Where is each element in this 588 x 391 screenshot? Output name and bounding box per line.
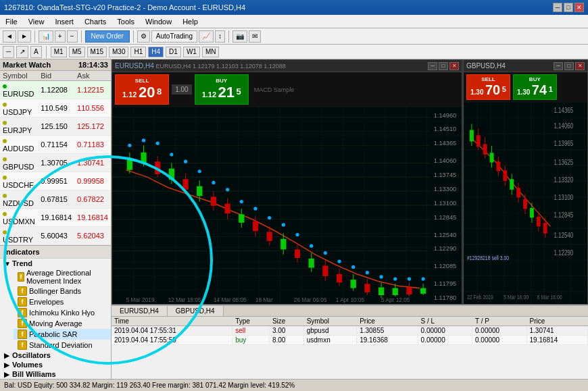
svg-text:1.12845: 1.12845 [554, 211, 574, 219]
market-watch-row[interactable]: EURUSD 1.12208 1.12215 [0, 81, 111, 99]
tf-h1[interactable]: H1 [130, 47, 146, 57]
market-watch-row[interactable]: EURJPY 125.150 125.172 [0, 118, 111, 136]
side-candle-body[interactable]: 1.14365 1.14060 1.13965 1.13625 1.13320 … [464, 102, 587, 304]
tf-d1[interactable]: D1 [166, 47, 181, 57]
market-watch-row[interactable]: GBPUSD 1.30705 1.30741 [0, 154, 111, 172]
svg-rect-131 [537, 217, 541, 226]
svg-rect-51 [295, 249, 300, 257]
side-chart-minimize[interactable]: ─ [554, 62, 563, 70]
side-buy-button[interactable]: BUY 1.30 74 1 [513, 74, 557, 100]
market-watch-row[interactable]: USDTRY 5.60043 5.62043 [0, 227, 111, 245]
toolbar-period-sep[interactable]: ↕ [215, 30, 225, 43]
svg-text:1.14060: 1.14060 [554, 122, 574, 130]
toolbar-newchart[interactable]: 📊 [39, 30, 53, 43]
svg-rect-43 [239, 214, 244, 222]
tab-gbpusd[interactable]: GBPUSD,H4 [168, 306, 224, 316]
svg-text:1.14365: 1.14365 [434, 140, 457, 147]
indicator-envelopes[interactable]: f Envelopes [14, 296, 111, 307]
tree-group-billwilliams[interactable]: ▶ Bill Williams [0, 369, 111, 379]
svg-rect-45 [253, 221, 258, 232]
osc-expand-icon[interactable]: ▶ [4, 352, 12, 359]
toolbar-zoom-out[interactable]: − [67, 30, 78, 43]
toolbar-back[interactable]: ◄ [3, 30, 16, 43]
toolbar-line[interactable]: ─ [3, 46, 14, 58]
svg-rect-59 [351, 280, 356, 288]
toolbar-arrow[interactable]: ↗ [16, 46, 28, 58]
right-content: EURUSD,H4 EURUSD,H4 1.12179 1.12103 1.12… [112, 59, 588, 379]
toolbar-chart-props[interactable]: ⚙ [137, 30, 150, 43]
market-watch-row[interactable]: AUDUSD 0.71154 0.71183 [0, 136, 111, 154]
toolbar-1: ◄ ► 📊 + − New Order ⚙ AutoTrading 📈 ↕ 📷 … [0, 28, 588, 45]
side-chart-maximize[interactable]: □ [564, 62, 574, 70]
env-f-icon: f [18, 297, 27, 307]
market-watch-row[interactable]: USDJPY 110.549 110.556 [0, 99, 111, 118]
menu-window[interactable]: Window [143, 17, 174, 26]
minimize-button[interactable]: ─ [553, 3, 562, 12]
menu-help[interactable]: Help [180, 17, 201, 26]
th-sl: S / L [418, 317, 472, 326]
maximize-button[interactable]: □ [564, 3, 573, 12]
mw-symbol: EURUSD [0, 81, 38, 99]
toolbar-forward[interactable]: ► [18, 30, 31, 43]
toolbar-zoom-in[interactable]: + [55, 30, 66, 43]
svg-point-88 [380, 275, 383, 278]
side-sell-button[interactable]: SELL 1.30 70 5 [466, 74, 510, 100]
tf-m5[interactable]: M5 [69, 47, 85, 57]
close-button[interactable]: ✕ [574, 3, 584, 12]
market-watch-row[interactable]: NZDUSD 0.67815 0.67822 [0, 190, 111, 209]
vol-expand-icon[interactable]: ▶ [4, 361, 12, 369]
toolbar-indicators[interactable]: 📈 [199, 30, 214, 43]
svg-text:1.12845: 1.12845 [434, 214, 457, 221]
mw-ask: 1.12215 [74, 81, 111, 99]
mw-symbol: EURJPY [0, 118, 38, 136]
trade-tabs-row: EURUSD,H4 GBPUSD,H4 [112, 306, 588, 317]
tf-m30[interactable]: M30 [109, 47, 128, 57]
indicator-bb[interactable]: f Bollinger Bands [14, 286, 111, 296]
indicator-stddev[interactable]: f Standard Deviation [14, 340, 111, 350]
indicator-adx[interactable]: f Average Directional Movement Index [14, 268, 111, 286]
bb-f-icon: f [18, 286, 27, 296]
content-area: Market Watch 18:14:33 Symbol Bid Ask EUR… [0, 59, 588, 379]
menu-charts[interactable]: Charts [82, 17, 109, 26]
tf-w1[interactable]: W1 [183, 47, 200, 57]
svg-text:1.13965: 1.13965 [554, 140, 574, 147]
side-chart-close[interactable]: ✕ [575, 62, 585, 70]
toolbar-email[interactable]: ✉ [249, 30, 261, 43]
tree-group-oscillators[interactable]: ▶ Oscillators [0, 350, 111, 360]
tf-h4[interactable]: H4 [148, 47, 164, 57]
tf-m15[interactable]: M15 [87, 47, 107, 57]
new-order-button[interactable]: New Order [85, 30, 130, 43]
tf-m1[interactable]: M1 [51, 47, 67, 57]
buy-button[interactable]: BUY 1.12 21 5 [195, 74, 249, 105]
sell-price-prefix: 1.12 [122, 90, 137, 99]
market-watch-row[interactable]: USDMXN 19.16814 19.16814 [0, 209, 111, 227]
market-watch-row[interactable]: USDCHF 0.99951 0.99958 [0, 172, 111, 190]
menu-insert[interactable]: Insert [52, 17, 76, 26]
buy-price-super: 5 [237, 86, 241, 97]
menu-tools[interactable]: Tools [114, 17, 137, 26]
main-candle-body[interactable]: 1.14960 1.14510 1.14365 1.14060 1.13745 … [112, 107, 462, 304]
tab-eurusd[interactable]: EURUSD,H4 [112, 306, 168, 316]
toolbar-screenshot[interactable]: 📷 [232, 30, 247, 43]
indicator-ichimoku[interactable]: f Ichimoku Kinko Hyo [14, 307, 111, 318]
trend-expand-icon[interactable]: ▼ [4, 260, 12, 267]
bw-expand-icon[interactable]: ▶ [4, 371, 12, 378]
main-chart-maximize[interactable]: □ [439, 62, 448, 70]
main-chart-minimize[interactable]: ─ [428, 62, 437, 70]
menu-file[interactable]: File [3, 17, 20, 26]
tree-group-volumes[interactable]: ▶ Volumes [0, 360, 111, 369]
indicator-psar[interactable]: f Parabolic SAR [14, 329, 111, 340]
main-chart-close[interactable]: ✕ [449, 62, 459, 70]
tree-group-trend[interactable]: ▼ Trend [0, 259, 111, 268]
trade-row[interactable]: 2019.04.04 17:55:31 sell 3.00 gbpusd 1.3… [112, 325, 588, 335]
tf-mn[interactable]: MN [202, 47, 220, 57]
sell-button[interactable]: SELL 1.12 20 8 [115, 74, 169, 105]
svg-point-81 [282, 223, 285, 226]
indicator-ma[interactable]: f Moving Average [14, 318, 111, 329]
trade-row[interactable]: 2019.04.04 17:55:59 buy 8.00 usdmxn 19.1… [112, 335, 588, 344]
svg-text:6 Mar 16:00: 6 Mar 16:00 [537, 294, 562, 301]
ma-f-icon: f [18, 319, 27, 328]
toolbar-text[interactable]: A [30, 46, 42, 58]
menu-view[interactable]: View [26, 17, 47, 26]
auto-trading-button[interactable]: AutoTrading [151, 30, 197, 43]
